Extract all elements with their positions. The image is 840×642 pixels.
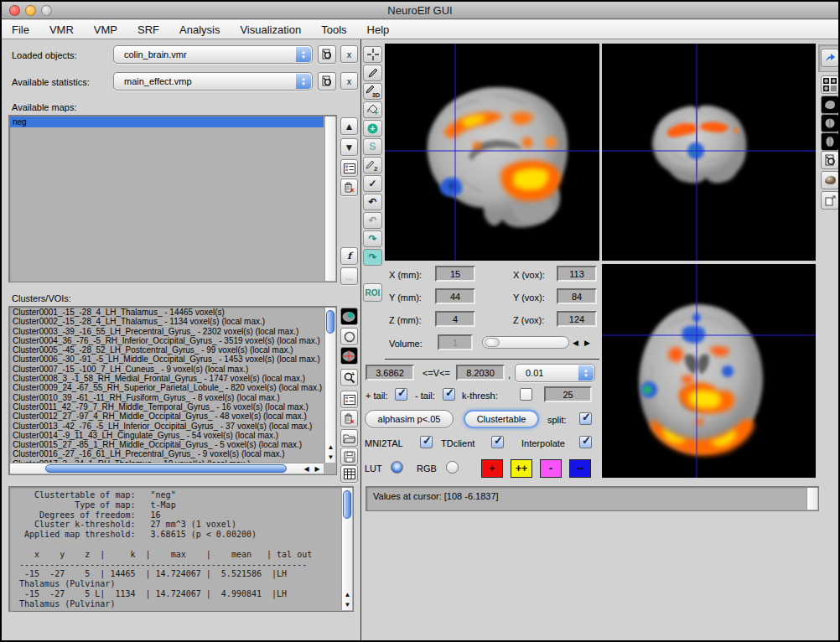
cluster-delete-button[interactable]: x [340, 410, 358, 427]
scroll-up-icon[interactable]: ▲ [325, 443, 336, 451]
fill-tool-button[interactable]: + [363, 101, 382, 118]
close-vmr-button[interactable]: x [340, 45, 358, 63]
scroll-down-icon[interactable]: ▼ [342, 601, 353, 608]
clusters-hscrollbar[interactable]: ◀ ▶ [10, 463, 324, 474]
cluster-item[interactable]: Cluster0004_36_-76_-5_RH_Inferior_Occipi… [10, 336, 324, 345]
slider-right-icon[interactable]: ▶ [584, 339, 590, 347]
clusters-list[interactable]: Cluster0001_-15_-28_4_LH_Thalamus_ - 144… [8, 306, 337, 475]
title-bar[interactable]: NeuroElf GUI [2, 2, 838, 19]
cluster-item[interactable]: Cluster0013_-42_-76_-5_LH_Inferior_Occip… [10, 422, 324, 431]
menu-item[interactable]: Visualization [240, 22, 301, 38]
cluster-item[interactable]: Cluster0014_-9_11_43_LH_Cingulate_Gyrus_… [10, 431, 324, 440]
p-value-select[interactable]: 0.01 ▲▼ [515, 364, 595, 382]
three-slice-view-button[interactable] [821, 75, 839, 94]
coronal-view[interactable] [602, 44, 816, 261]
interpolate-checkbox[interactable] [579, 436, 592, 448]
clusters-vscrollbar[interactable]: ▲ ▼ [324, 308, 335, 463]
cluster-item[interactable]: Cluster0007_-15_-100_7_LH_Cuneus_ - 9 vo… [10, 365, 324, 374]
map-item[interactable]: neg [10, 116, 324, 127]
neg2-color-button[interactable]: -- [569, 459, 591, 478]
map-down-button[interactable]: ▼ [340, 138, 358, 156]
scroll-up-icon[interactable]: ▲ [342, 591, 353, 598]
z-mm-field[interactable]: 4 [435, 311, 475, 327]
k-thresh-checkbox[interactable] [520, 388, 532, 401]
cluster-item[interactable]: Cluster0005_-45_-28_52_LH_Postcentral_Gy… [10, 345, 324, 355]
menu-item[interactable]: VMP [94, 22, 117, 38]
volume-slider[interactable] [482, 336, 569, 349]
crosshair-tool-button[interactable] [363, 46, 382, 63]
threshold-lower-field[interactable]: 3.6862 [366, 365, 414, 381]
smooth-tool-button[interactable]: S [363, 138, 382, 155]
accept-tool-button[interactable]: ✓ [363, 175, 382, 192]
browse-vmp-button[interactable] [318, 72, 336, 91]
popout-button[interactable] [821, 49, 839, 67]
pencil-3d-tool-button[interactable]: 3D [363, 83, 382, 100]
slider-thumb[interactable] [485, 338, 500, 347]
pos2-color-button[interactable]: ++ [511, 459, 532, 478]
zoom-view-button[interactable] [821, 151, 839, 169]
menu-item[interactable]: VMR [49, 22, 74, 38]
neg-tail-checkbox[interactable] [443, 388, 455, 401]
axial-view-button[interactable] [821, 132, 839, 151]
cluster-item[interactable]: Cluster0001_-15_-28_4_LH_Thalamus_ - 144… [10, 308, 324, 317]
output-panel[interactable]: Clustertable of map: "neg" Type of map: … [8, 486, 354, 612]
available-stats-select[interactable]: main_effect.vmp ▲▼ [113, 72, 313, 91]
output-scrollbar[interactable]: ▲ ▼ [341, 488, 352, 610]
tdclient-checkbox[interactable] [491, 436, 504, 448]
cluster-item[interactable]: Cluster0003_-39_-16_55_LH_Precentral_Gyr… [10, 327, 324, 336]
cluster-brain-marker-button[interactable] [340, 308, 358, 325]
pos-tail-checkbox[interactable] [395, 388, 407, 401]
cluster-zoom-button[interactable]: + [340, 369, 358, 386]
loaded-objects-select[interactable]: colin_brain.vmr ▲▼ [113, 45, 313, 64]
lut-radio[interactable] [391, 461, 403, 474]
map-more-button[interactable]: ... [340, 267, 358, 285]
cluster-item[interactable]: Cluster0015_27_-85_1_RH_Middle_Occipital… [10, 440, 324, 449]
roi-button[interactable]: ROI [363, 283, 382, 302]
menu-item[interactable]: Help [367, 22, 390, 38]
k-value-field[interactable]: 25 [544, 386, 592, 402]
pos-color-button[interactable]: + [481, 459, 503, 478]
slider-left-icon[interactable]: ◀ [573, 339, 578, 347]
cluster-properties-button[interactable] [340, 391, 358, 408]
y-mm-field[interactable]: 44 [435, 288, 475, 304]
cluster-open-button[interactable] [340, 429, 358, 447]
cluster-item[interactable]: Cluster0012_27_-97_4_RH_Middle_Occipital… [10, 412, 324, 421]
marker-tool-button[interactable]: + [363, 120, 382, 137]
cluster-item[interactable]: Cluster0006_-30_-91_-5_LH_Middle_Occipit… [10, 355, 324, 364]
threshold-upper-field[interactable]: 8.2030 [456, 365, 505, 381]
mni2tal-checkbox[interactable] [420, 436, 433, 448]
clustertable-button[interactable]: Clustertable [464, 410, 539, 428]
menu-item[interactable]: Analysis [179, 22, 220, 38]
cluster-save-button[interactable] [340, 448, 358, 465]
menu-item[interactable]: SRF [137, 22, 159, 38]
y-vox-field[interactable]: 84 [557, 288, 597, 304]
axial-view[interactable] [602, 264, 816, 478]
pencil-tool-button[interactable] [363, 65, 382, 81]
scroll-right-icon[interactable]: ▶ [312, 465, 323, 473]
cluster-item[interactable]: Cluster0011_42_-79_7_RH_Middle_Temporal_… [10, 402, 324, 412]
undo-all-button[interactable]: ↶ [363, 212, 382, 229]
x-mm-field[interactable]: 15 [435, 266, 475, 282]
status-scrollbar[interactable] [806, 488, 817, 510]
neg-color-button[interactable]: - [540, 459, 562, 478]
undo-button[interactable]: ↶ [363, 194, 382, 210]
scroll-down-icon[interactable]: ▼ [325, 453, 336, 461]
render-view-button[interactable] [821, 171, 839, 189]
alphasim-button[interactable]: alphasim p<.05 [365, 410, 454, 428]
split-checkbox[interactable] [579, 412, 592, 425]
rgb-radio[interactable] [446, 461, 459, 474]
cluster-sphere-button[interactable] [340, 328, 358, 345]
scroll-left-icon[interactable]: ◀ [301, 465, 312, 473]
cluster-item[interactable]: Cluster0016_-27_-16_61_LH_Precentral_Gyr… [10, 449, 324, 458]
x-vox-field[interactable]: 113 [557, 266, 597, 282]
vscroll-thumb[interactable] [326, 310, 334, 334]
redo-button[interactable]: ↷ [363, 230, 382, 247]
maps-scrollbar[interactable] [324, 116, 335, 281]
cluster-brain-cross-button[interactable] [340, 347, 358, 365]
cluster-table-button[interactable] [340, 465, 358, 483]
z-vox-field[interactable]: 124 [557, 311, 597, 327]
close-vmp-button[interactable]: x [340, 72, 358, 90]
coronal-view-button[interactable] [821, 114, 839, 132]
browse-vmr-button[interactable] [318, 45, 336, 64]
hscroll-thumb[interactable] [45, 464, 287, 473]
